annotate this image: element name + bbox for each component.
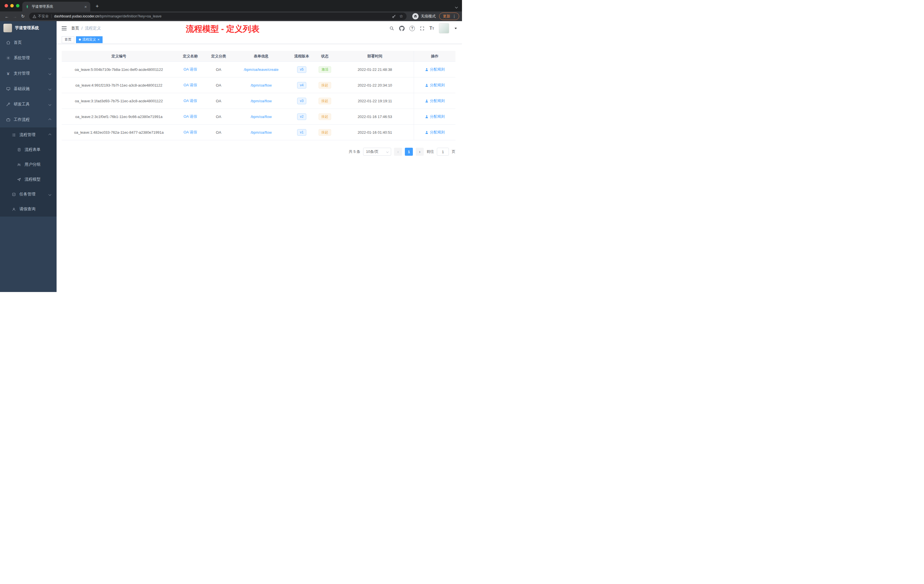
tag-label: 首页 [64, 37, 71, 42]
checklist-icon [12, 192, 16, 196]
tag-home[interactable]: 首页 [62, 36, 74, 43]
definition-name-link[interactable]: OA 请假 [183, 82, 197, 88]
bookmark-star-icon[interactable]: ☆ [399, 14, 403, 19]
update-button[interactable]: 更新 ⋮ [439, 13, 459, 20]
assign-rule-link[interactable]: 分配规则 [425, 130, 445, 135]
goto-prefix: 前往 [427, 149, 434, 154]
address-bar[interactable]: 不安全 dashboard.yudao.iocoder.cn /bpm/mana… [29, 13, 407, 20]
form-info-link[interactable]: /bpm/oa/flow [251, 99, 272, 103]
chevron-down-icon [49, 72, 51, 75]
person-icon [425, 83, 429, 87]
sidebar-item-leave-query[interactable]: 请假查询 [0, 202, 56, 216]
goto-page-input[interactable] [437, 148, 449, 156]
version-badge: v4 [297, 82, 307, 89]
definition-name-link[interactable]: OA 请假 [183, 67, 197, 72]
deploy-time: 2022-01-22 21:48:38 [336, 62, 414, 77]
col-header-time: 部署时间 [336, 51, 414, 61]
breadcrumb-home[interactable]: 首页 [71, 26, 79, 31]
new-tab-button[interactable]: + [94, 3, 101, 10]
tab-strip: 芋道管理系统 × + [0, 0, 462, 12]
person-icon [425, 130, 429, 134]
deploy-time: 2022-01-22 20:34:10 [336, 78, 414, 93]
table-row: oa_leave:4:991f2193-7b7f-11ec-a3c8-acde4… [62, 78, 455, 93]
form-info-link[interactable]: /bpm/oa/flow [251, 115, 272, 119]
content-area: 定义编号 定义名称 定义分类 表单信息 流程版本 状态 部署时间 操作 oa_l… [56, 44, 462, 292]
col-header-form: 表单信息 [233, 51, 290, 61]
help-icon[interactable]: ? [409, 26, 415, 31]
pagination-total: 共 5 条 [349, 149, 360, 154]
minimize-window-button[interactable] [10, 4, 14, 7]
sidebar-item-payment[interactable]: ¥ 支付管理 [0, 66, 56, 81]
assign-rule-label: 分配规则 [430, 82, 445, 88]
form-info-link[interactable]: /bpm/oa/leave/create [244, 68, 278, 72]
col-header-version: 流程版本 [290, 51, 314, 61]
current-page-button[interactable]: 1 [405, 148, 413, 156]
font-size-icon[interactable]: TT [429, 26, 434, 31]
definition-name-link[interactable]: OA 请假 [183, 114, 197, 119]
tab-close-icon[interactable]: × [84, 5, 87, 9]
reload-button[interactable]: ↻ [19, 12, 27, 20]
tag-label: 流程定义 [82, 37, 96, 42]
not-secure-icon [33, 15, 36, 18]
definition-table: 定义编号 定义名称 定义分类 表单信息 流程版本 状态 部署时间 操作 oa_l… [62, 51, 455, 140]
main-area: 首页 / 流程定义 ? TT 流程模型 - 定义列表 [56, 21, 462, 292]
sidebar-toggle-icon[interactable] [62, 26, 66, 30]
avatar-caret-icon[interactable] [455, 28, 457, 29]
maximize-window-button[interactable] [16, 4, 20, 7]
back-button[interactable]: ← [3, 12, 11, 20]
assign-rule-link[interactable]: 分配规则 [425, 67, 445, 72]
tag-process-definition[interactable]: 流程定义 × [76, 36, 102, 43]
browser-menu-icon[interactable]: ⋮ [452, 14, 456, 18]
sidebar-item-process-management[interactable]: 流程管理 [0, 127, 56, 142]
assign-rule-link[interactable]: 分配规则 [425, 114, 445, 119]
sidebar-item-label: 任务管理 [20, 192, 35, 197]
next-page-button[interactable]: › [416, 148, 424, 156]
sidebar-item-devtools[interactable]: 研发工具 [0, 97, 56, 112]
definition-name-link[interactable]: OA 请假 [183, 130, 197, 135]
sidebar-item-label: 流程表单 [25, 147, 41, 152]
sidebar-item-system[interactable]: 系统管理 [0, 50, 56, 66]
github-icon[interactable] [399, 26, 404, 31]
form-info-link[interactable]: /bpm/oa/flow [251, 130, 272, 135]
page-size-select[interactable]: 10条/页 [363, 148, 391, 156]
app-logo: 芋道管理系统 [0, 21, 56, 35]
sidebar-item-process-model[interactable]: 流程模型 [0, 172, 56, 187]
tag-close-icon[interactable]: × [97, 38, 100, 41]
prev-page-button[interactable]: ‹ [394, 148, 402, 156]
form-info-link[interactable]: /bpm/oa/flow [251, 83, 272, 87]
sidebar-item-user-group[interactable]: 用户分组 [0, 157, 56, 172]
version-badge: v2 [297, 114, 307, 120]
password-key-icon[interactable] [392, 14, 396, 18]
definition-name-link[interactable]: OA 请假 [183, 98, 197, 104]
assign-rule-link[interactable]: 分配规则 [425, 82, 445, 88]
sidebar-item-process-form[interactable]: 流程表单 [0, 142, 56, 157]
incognito-badge: 无痕模式 [412, 13, 436, 20]
sidebar-item-label: 支付管理 [14, 71, 30, 76]
definition-id: oa_leave:4:991f2193-7b7f-11ec-a3c8-acde4… [62, 78, 176, 93]
window-controls [5, 4, 20, 7]
definition-category: OA [205, 109, 233, 124]
browser-toolbar: ← → ↻ 不安全 dashboard.yudao.iocoder.cn /bp… [0, 12, 462, 21]
sidebar-item-task-management[interactable]: 任务管理 [0, 187, 56, 202]
version-badge: v1 [297, 129, 307, 136]
chevron-down-icon [49, 56, 51, 59]
sidebar-item-workflow[interactable]: 工作流程 [0, 112, 56, 127]
active-tag-dot [79, 39, 81, 41]
search-icon[interactable] [389, 26, 394, 31]
browser-tab[interactable]: 芋道管理系统 × [22, 2, 90, 12]
sidebar-item-home[interactable]: 首页 [0, 35, 56, 50]
deploy-time: 2022-01-16 01:40:51 [336, 125, 414, 140]
close-window-button[interactable] [5, 4, 8, 7]
sidebar-item-infrastructure[interactable]: 基础设施 [0, 81, 56, 97]
tab-search-icon[interactable] [455, 6, 458, 8]
browser-chrome: 芋道管理系统 × + ← → ↻ 不安全 dashboard.yudao.ioc… [0, 0, 462, 21]
definition-category: OA [205, 93, 233, 109]
status-badge: 挂起 [318, 98, 331, 104]
person-icon [425, 115, 429, 119]
forward-button[interactable]: → [11, 12, 19, 20]
workflow-submenu: 流程管理 流程表单 用户分组 流程模型 [0, 127, 56, 216]
status-badge: 挂起 [318, 129, 331, 136]
user-avatar[interactable] [439, 23, 449, 33]
assign-rule-link[interactable]: 分配规则 [425, 98, 445, 104]
fullscreen-icon[interactable] [420, 26, 424, 31]
